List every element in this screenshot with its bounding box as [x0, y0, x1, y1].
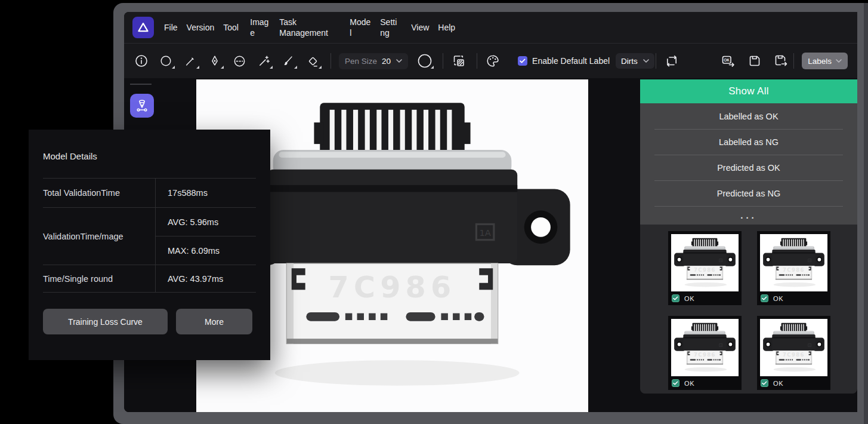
more-filters-indicator[interactable]: ...: [640, 206, 857, 225]
magic-wand-icon[interactable]: [256, 53, 271, 69]
row-value: AVG: 43.97ms: [156, 265, 256, 292]
ellipse-tool-icon[interactable]: [158, 53, 174, 69]
thumbnail-image: [760, 319, 827, 376]
info-icon[interactable]: [134, 53, 149, 69]
toolbar-divider: [656, 53, 656, 69]
menu-item-setting[interactable]: Setting: [380, 17, 398, 38]
row-label: ValidationTime/mage: [43, 208, 155, 265]
save-icon[interactable]: [747, 53, 762, 69]
sidebar-divider: [130, 84, 152, 85]
export-icon[interactable]: [773, 53, 789, 69]
compare-images-icon[interactable]: [451, 53, 467, 69]
table-row: Total ValidationTime 17s588ms: [43, 179, 256, 208]
table-row: ValidationTime/mage AVG: 5.96ms MAX: 6.0…: [43, 208, 256, 265]
more-button[interactable]: More: [176, 309, 252, 334]
thumbnail-checkbox[interactable]: [761, 294, 768, 302]
menu-item-file[interactable]: File: [164, 22, 178, 33]
default-label-select[interactable]: Dirts: [616, 53, 654, 69]
toolbar: Pen Size 20: [124, 43, 857, 78]
svg-text:OK: OK: [724, 58, 730, 62]
dashed-circle-tool-icon[interactable]: [231, 53, 247, 69]
show-all-button[interactable]: Show All: [640, 79, 857, 103]
filter-labelled-as-ng[interactable]: Labelled as NG: [640, 129, 857, 155]
menu-item-tool[interactable]: Tool: [223, 22, 241, 33]
model-details-panel: Model Details Total ValidationTime 17s58…: [29, 130, 270, 360]
filter-predicted-as-ng[interactable]: Predicted as NG: [640, 180, 857, 206]
row-label: Total ValidationTime: [43, 179, 155, 207]
chevron-down-icon: [836, 59, 842, 63]
thumbnail-status-label: OK: [773, 380, 784, 387]
brush-size-circle-icon[interactable]: [417, 53, 433, 69]
menu-item-model[interactable]: Model: [350, 17, 371, 38]
default-label-value: Dirts: [621, 57, 638, 66]
eraser-tool-icon[interactable]: [305, 53, 320, 69]
thumbnail-card[interactable]: OK: [668, 231, 742, 305]
filter-predicted-as-ok[interactable]: Predicted as OK: [640, 155, 857, 180]
menu-item-version[interactable]: Version: [187, 22, 215, 33]
thumbnail-card[interactable]: OK: [668, 316, 742, 390]
palette-icon[interactable]: [485, 53, 501, 69]
row-label: Time/Single round: [43, 265, 155, 292]
check-icon: [520, 59, 526, 63]
screenshot-stage: File Version Tool Image Task Management …: [0, 0, 868, 424]
labels-dropdown-button[interactable]: Labels: [802, 53, 848, 69]
loop-icon[interactable]: [664, 53, 679, 69]
thumbnail-status-label: OK: [684, 380, 695, 387]
thumbnail-card[interactable]: OK: [757, 231, 830, 305]
toolbar-divider: [443, 53, 443, 69]
menu-item-view[interactable]: View: [411, 22, 429, 33]
toolbar-divider: [477, 53, 477, 69]
window-frame-edge: [864, 3, 868, 424]
toolbar-divider: [330, 53, 331, 69]
model-details-table: Total ValidationTime 17s588ms Validation…: [43, 178, 256, 293]
row-value: MAX: 6.09ms: [156, 236, 256, 265]
pen-size-label: Pen Size: [345, 57, 377, 66]
menu-item-help[interactable]: Help: [438, 22, 455, 33]
right-panel: Show All Labelled as OK Labelled as NG P…: [640, 79, 857, 412]
thumbnail-image: [671, 234, 739, 291]
pencil-tool-icon[interactable]: [183, 53, 198, 69]
filter-labelled-as-ok[interactable]: Labelled as OK: [640, 103, 857, 129]
thumbnail-card[interactable]: OK: [757, 316, 830, 390]
ok-export-icon[interactable]: OK: [721, 53, 736, 69]
filter-list: Labelled as OK Labelled as NG Predicted …: [640, 103, 857, 225]
menu-item-task-management[interactable]: Task Management: [279, 17, 336, 38]
row-value: 17s588ms: [156, 179, 256, 207]
check-icon: [762, 296, 767, 300]
check-icon: [762, 381, 767, 385]
thumbnail-image: [671, 319, 739, 376]
check-icon: [673, 381, 678, 385]
row-value: AVG: 5.96ms: [156, 208, 256, 236]
enable-default-label-text: Enable Default Label: [532, 56, 610, 66]
training-loss-curve-button[interactable]: Training Loss Curve: [43, 309, 168, 334]
thumbnail-status-label: OK: [684, 295, 695, 302]
thumbnail-checkbox[interactable]: [672, 294, 679, 302]
pen-size-select[interactable]: Pen Size 20: [339, 53, 408, 69]
chevron-down-icon: [643, 59, 649, 63]
table-row: Time/Single round AVG: 43.97ms: [43, 265, 256, 293]
check-icon: [673, 296, 678, 300]
pen-node-tool-button[interactable]: [130, 94, 154, 118]
menubar: File Version Tool Image Task Management …: [124, 12, 857, 43]
model-details-title: Model Details: [43, 151, 97, 161]
pen-tool-icon[interactable]: [207, 53, 223, 69]
labels-button-text: Labels: [808, 57, 832, 66]
chevron-down-icon: [396, 59, 402, 63]
thumbnail-status-label: OK: [773, 295, 784, 302]
brush-tool-icon[interactable]: [280, 53, 296, 69]
pen-size-value: 20: [382, 57, 391, 66]
pen-node-tool-icon: [135, 99, 149, 113]
menu-item-image[interactable]: Image: [250, 17, 270, 38]
app-logo-icon: [132, 17, 154, 38]
toolbar-divider: [793, 53, 794, 69]
thumbnail-image: [760, 234, 827, 291]
enable-default-label-checkbox[interactable]: [518, 56, 527, 66]
thumbnail-checkbox[interactable]: [761, 379, 768, 387]
thumbnail-grid: OK OK: [640, 225, 857, 394]
thumbnail-checkbox[interactable]: [672, 379, 679, 387]
